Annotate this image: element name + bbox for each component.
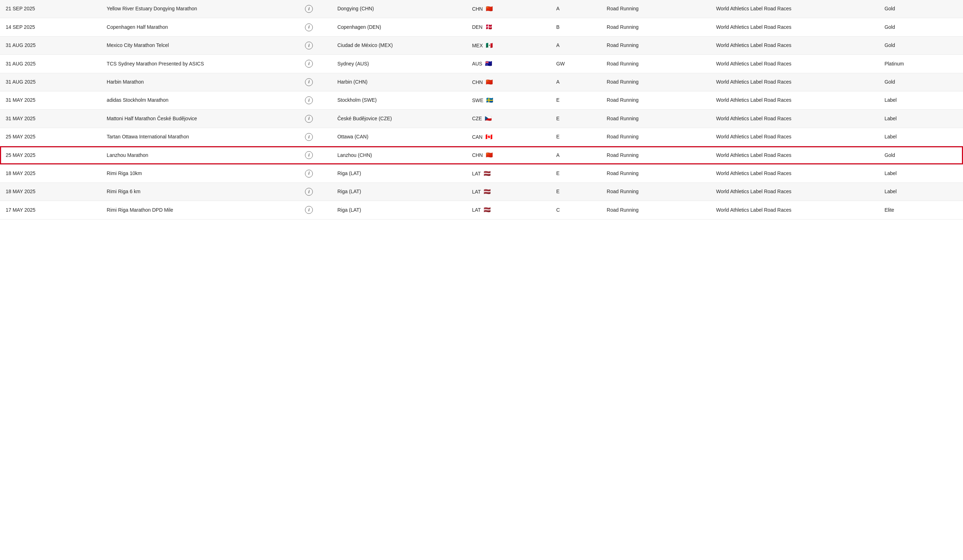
country-flag: 🇱🇻 <box>484 170 491 176</box>
info-icon[interactable]: i <box>305 188 313 196</box>
table-row[interactable]: 31 AUG 2025 Mexico City Marathon Telcel … <box>0 36 963 55</box>
info-cell: i <box>286 128 332 146</box>
country-flag: 🇨🇳 <box>486 79 493 85</box>
event-grade: C <box>551 201 601 219</box>
event-grade: GW <box>551 55 601 73</box>
event-discipline: Road Running <box>601 0 711 18</box>
event-grade: E <box>551 164 601 183</box>
event-label: Label <box>879 164 963 183</box>
country-flag: 🇨🇳 <box>486 152 493 158</box>
info-icon[interactable]: i <box>305 170 313 178</box>
event-grade: A <box>551 36 601 55</box>
event-discipline: Road Running <box>601 110 711 128</box>
event-label: Gold <box>879 73 963 91</box>
table-row[interactable]: 18 MAY 2025 Rimi Riga 6 km i Riga (LAT) … <box>0 183 963 201</box>
info-icon[interactable]: i <box>305 78 313 86</box>
event-name: Rimi Riga 10km <box>101 164 286 183</box>
event-date: 25 MAY 2025 <box>0 146 101 164</box>
event-date: 31 AUG 2025 <box>0 73 101 91</box>
event-date: 31 AUG 2025 <box>0 36 101 55</box>
country-flag: 🇨🇿 <box>485 115 492 121</box>
event-label: Gold <box>879 18 963 36</box>
event-series: World Athletics Label Road Races <box>710 0 879 18</box>
event-city: České Budějovice (CZE) <box>332 110 466 128</box>
events-table-container: 21 SEP 2025 Yellow River Estuary Dongyin… <box>0 0 963 220</box>
event-name: Rimi Riga 6 km <box>101 183 286 201</box>
country-flag: 🇸🇪 <box>486 97 493 103</box>
event-series: World Athletics Label Road Races <box>710 55 879 73</box>
event-series: World Athletics Label Road Races <box>710 110 879 128</box>
country-flag: 🇱🇻 <box>484 189 491 194</box>
country-flag: 🇱🇻 <box>484 207 491 213</box>
info-cell: i <box>286 91 332 109</box>
event-country: LAT 🇱🇻 <box>466 183 551 201</box>
event-city: Ottawa (CAN) <box>332 128 466 146</box>
event-country: LAT 🇱🇻 <box>466 201 551 219</box>
event-series: World Athletics Label Road Races <box>710 128 879 146</box>
table-row[interactable]: 31 MAY 2025 adidas Stockholm Marathon i … <box>0 91 963 109</box>
info-icon[interactable]: i <box>305 5 313 13</box>
event-discipline: Road Running <box>601 18 711 36</box>
event-name: Yellow River Estuary Dongying Marathon <box>101 0 286 18</box>
info-icon[interactable]: i <box>305 206 313 214</box>
event-country: MEX 🇲🇽 <box>466 36 551 55</box>
event-date: 31 AUG 2025 <box>0 55 101 73</box>
info-cell: i <box>286 110 332 128</box>
events-table: 21 SEP 2025 Yellow River Estuary Dongyin… <box>0 0 963 220</box>
event-discipline: Road Running <box>601 164 711 183</box>
info-icon[interactable]: i <box>305 60 313 68</box>
event-discipline: Road Running <box>601 146 711 164</box>
table-row[interactable]: 25 MAY 2025 Lanzhou Marathon i Lanzhou (… <box>0 146 963 164</box>
info-icon[interactable]: i <box>305 96 313 104</box>
event-label: Gold <box>879 0 963 18</box>
event-grade: E <box>551 183 601 201</box>
event-name: adidas Stockholm Marathon <box>101 91 286 109</box>
info-icon[interactable]: i <box>305 133 313 141</box>
event-series: World Athletics Label Road Races <box>710 183 879 201</box>
event-name: Tartan Ottawa International Marathon <box>101 128 286 146</box>
event-name: Mattoni Half Marathon České Budějovice <box>101 110 286 128</box>
event-country: CHN 🇨🇳 <box>466 146 551 164</box>
table-row[interactable]: 31 MAY 2025 Mattoni Half Marathon České … <box>0 110 963 128</box>
info-cell: i <box>286 18 332 36</box>
event-label: Gold <box>879 36 963 55</box>
event-date: 18 MAY 2025 <box>0 183 101 201</box>
event-label: Gold <box>879 146 963 164</box>
event-name: TCS Sydney Marathon Presented by ASICS <box>101 55 286 73</box>
country-flag: 🇨🇳 <box>486 6 493 12</box>
event-country: CHN 🇨🇳 <box>466 73 551 91</box>
table-row[interactable]: 25 MAY 2025 Tartan Ottawa International … <box>0 128 963 146</box>
event-grade: A <box>551 73 601 91</box>
event-grade: E <box>551 91 601 109</box>
info-icon[interactable]: i <box>305 23 313 31</box>
event-country: LAT 🇱🇻 <box>466 164 551 183</box>
event-date: 31 MAY 2025 <box>0 110 101 128</box>
event-discipline: Road Running <box>601 55 711 73</box>
event-date: 17 MAY 2025 <box>0 201 101 219</box>
info-icon[interactable]: i <box>305 151 313 159</box>
info-cell: i <box>286 146 332 164</box>
event-date: 14 SEP 2025 <box>0 18 101 36</box>
table-row[interactable]: 14 SEP 2025 Copenhagen Half Marathon i C… <box>0 18 963 36</box>
event-series: World Athletics Label Road Races <box>710 36 879 55</box>
event-discipline: Road Running <box>601 128 711 146</box>
event-city: Riga (LAT) <box>332 183 466 201</box>
event-country: SWE 🇸🇪 <box>466 91 551 109</box>
info-icon[interactable]: i <box>305 115 313 123</box>
event-date: 25 MAY 2025 <box>0 128 101 146</box>
table-row[interactable]: 17 MAY 2025 Rimi Riga Marathon DPD Mile … <box>0 201 963 219</box>
event-date: 18 MAY 2025 <box>0 164 101 183</box>
event-label: Label <box>879 91 963 109</box>
info-icon[interactable]: i <box>305 42 313 49</box>
event-grade: A <box>551 146 601 164</box>
info-cell: i <box>286 0 332 18</box>
event-discipline: Road Running <box>601 201 711 219</box>
table-row[interactable]: 18 MAY 2025 Rimi Riga 10km i Riga (LAT) … <box>0 164 963 183</box>
event-discipline: Road Running <box>601 73 711 91</box>
info-cell: i <box>286 73 332 91</box>
table-row[interactable]: 31 AUG 2025 TCS Sydney Marathon Presente… <box>0 55 963 73</box>
event-series: World Athletics Label Road Races <box>710 18 879 36</box>
table-row[interactable]: 21 SEP 2025 Yellow River Estuary Dongyin… <box>0 0 963 18</box>
table-row[interactable]: 31 AUG 2025 Harbin Marathon i Harbin (CH… <box>0 73 963 91</box>
event-discipline: Road Running <box>601 183 711 201</box>
